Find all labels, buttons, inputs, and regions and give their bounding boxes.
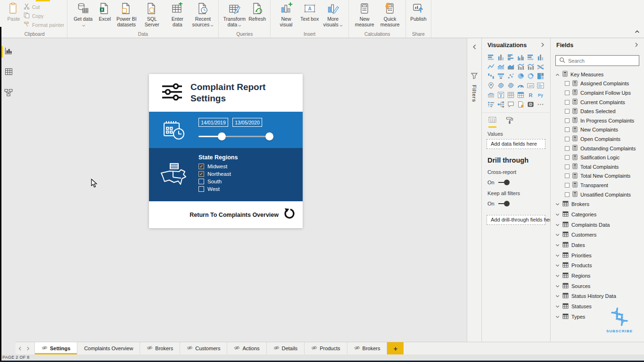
pie-chart-icon[interactable] bbox=[516, 72, 525, 80]
shape-map-icon[interactable] bbox=[506, 82, 515, 90]
chevron-down-icon[interactable] bbox=[555, 232, 560, 238]
checkbox-checked-icon[interactable]: ✓ bbox=[198, 164, 204, 169]
matrix-icon[interactable] bbox=[516, 91, 525, 99]
tab-scroll-left-icon[interactable] bbox=[18, 344, 22, 353]
excel-button[interactable]: XExcel bbox=[96, 1, 114, 22]
filled-map-icon[interactable] bbox=[496, 82, 505, 90]
hundred-stacked-bar-chart-icon[interactable] bbox=[527, 53, 535, 61]
cross-report-toggle[interactable] bbox=[498, 180, 510, 185]
sql-server-button[interactable]: SQL Server bbox=[139, 1, 165, 28]
stacked-bar-chart-icon[interactable] bbox=[487, 53, 495, 61]
key-influencers-icon[interactable] bbox=[487, 100, 495, 108]
copy-button[interactable]: Copy bbox=[24, 12, 64, 19]
chevron-down-icon[interactable] bbox=[555, 222, 560, 228]
table-priorities[interactable]: Priorities bbox=[551, 250, 644, 261]
table-customers[interactable]: Customers bbox=[551, 230, 644, 240]
field-checkbox[interactable] bbox=[565, 192, 570, 197]
text-box-button[interactable]: AText box bbox=[299, 1, 320, 22]
table-status-history-data[interactable]: Status History Data bbox=[551, 291, 644, 302]
ribbon-chart-icon[interactable] bbox=[537, 63, 545, 71]
values-field-well[interactable]: Add data fields here bbox=[487, 139, 545, 149]
stacked-column-chart-icon[interactable] bbox=[496, 53, 505, 61]
chevron-up-icon[interactable] bbox=[555, 72, 560, 77]
report-canvas[interactable]: Complaint Report Settings 14/01/201 bbox=[17, 38, 467, 342]
collapse-fields-icon[interactable] bbox=[635, 42, 638, 49]
field-checkbox[interactable] bbox=[565, 155, 570, 160]
collapse-ribbon-icon[interactable] bbox=[635, 27, 640, 35]
enter-data-button[interactable]: Enter data bbox=[165, 1, 190, 28]
fields-search[interactable] bbox=[555, 55, 639, 66]
search-input[interactable] bbox=[568, 58, 636, 64]
new-page-button[interactable]: + bbox=[387, 342, 404, 354]
field-checkbox[interactable] bbox=[565, 183, 570, 188]
recent-sources-button[interactable]: Recent sources bbox=[190, 1, 215, 28]
table-brokers[interactable]: Brokers bbox=[551, 199, 644, 209]
format-tab[interactable] bbox=[506, 116, 513, 128]
page-tab-customers[interactable]: Customers bbox=[180, 342, 227, 354]
format-painter-button[interactable]: Format painter bbox=[24, 21, 64, 28]
region-option-northeast[interactable]: ✓Northeast bbox=[198, 170, 238, 178]
field-measure-complaint-follow-ups[interactable]: Complaint Follow Ups bbox=[551, 88, 644, 98]
multi-row-card-icon[interactable] bbox=[537, 82, 545, 90]
region-option-west[interactable]: West bbox=[198, 185, 238, 193]
more-visuals-button[interactable]: More visuals bbox=[320, 1, 346, 28]
get-data-button[interactable]: Get data bbox=[70, 1, 96, 28]
chevron-down-icon[interactable] bbox=[555, 283, 560, 289]
line-and-stacked-column-chart-icon[interactable] bbox=[516, 63, 525, 71]
kpi-icon[interactable] bbox=[487, 91, 495, 99]
field-checkbox[interactable] bbox=[565, 173, 570, 178]
page-tab-actions[interactable]: Actions bbox=[227, 342, 266, 354]
python-visual-icon[interactable]: Py bbox=[537, 91, 545, 99]
field-checkbox[interactable] bbox=[565, 127, 570, 132]
model-view-button[interactable] bbox=[0, 86, 17, 100]
field-measure-current-complaints[interactable]: Current Complaints bbox=[551, 98, 644, 107]
field-checkbox[interactable] bbox=[565, 100, 570, 105]
paginated-report-icon[interactable] bbox=[516, 100, 525, 108]
fields-tab[interactable] bbox=[488, 116, 496, 128]
return-to-overview-button[interactable]: Return To Complaints Overview bbox=[190, 212, 279, 218]
publish-button[interactable]: Publish bbox=[409, 1, 428, 22]
field-measure-new-complaints[interactable]: New Complaints bbox=[551, 125, 644, 135]
field-measure-total-complaints[interactable]: Total Complaints bbox=[551, 162, 644, 172]
area-chart-icon[interactable] bbox=[496, 63, 505, 71]
q-and-a-icon[interactable] bbox=[506, 100, 515, 108]
table-visual-icon[interactable] bbox=[506, 91, 515, 99]
checkbox-unchecked-icon[interactable] bbox=[198, 186, 204, 192]
end-date-field[interactable]: 13/05/2020 bbox=[232, 118, 262, 127]
stacked-area-chart-icon[interactable] bbox=[506, 63, 515, 71]
cut-button[interactable]: Cut bbox=[24, 3, 64, 10]
chevron-down-icon[interactable] bbox=[555, 263, 560, 268]
tab-scroll-right-icon[interactable] bbox=[26, 344, 30, 353]
slider-handle-start[interactable] bbox=[218, 132, 226, 140]
paste-button[interactable]: Paste bbox=[5, 1, 23, 22]
field-checkbox[interactable] bbox=[565, 90, 570, 95]
page-tab-details[interactable]: Details bbox=[267, 342, 305, 354]
quick-measure-button[interactable]: Quick measure bbox=[377, 1, 403, 28]
chevron-down-icon[interactable] bbox=[555, 273, 560, 279]
waterfall-chart-icon[interactable] bbox=[487, 72, 495, 80]
data-view-button[interactable] bbox=[0, 66, 17, 80]
funnel-chart-icon[interactable] bbox=[496, 72, 505, 80]
checkbox-unchecked-icon[interactable] bbox=[198, 179, 204, 184]
field-checkbox[interactable] bbox=[565, 165, 570, 169]
card-visual-icon[interactable]: 123 bbox=[527, 82, 535, 90]
region-option-midwest[interactable]: ✓Midwest bbox=[198, 163, 238, 170]
chevron-down-icon[interactable] bbox=[555, 314, 560, 320]
field-measure-outstanding-complaints[interactable]: Outstanding Complaints bbox=[551, 144, 644, 153]
table-complaints-data[interactable]: Complaints Data bbox=[551, 220, 644, 230]
chevron-down-icon[interactable] bbox=[555, 242, 560, 248]
undo-arrow-icon[interactable] bbox=[283, 208, 295, 222]
field-checkbox[interactable] bbox=[565, 109, 570, 114]
date-range-slider[interactable] bbox=[198, 132, 279, 141]
refresh-button[interactable]: Refresh bbox=[247, 1, 267, 22]
chevron-down-icon[interactable] bbox=[555, 293, 560, 299]
slicer-icon[interactable] bbox=[496, 91, 505, 99]
scatter-chart-icon[interactable] bbox=[506, 72, 515, 80]
r-script-visual-icon[interactable]: R bbox=[527, 91, 535, 99]
field-measure-satification-logic[interactable]: Satification Logic bbox=[551, 153, 644, 162]
table-categories[interactable]: Categories bbox=[551, 209, 644, 220]
line-and-clustered-column-chart-icon[interactable] bbox=[527, 63, 535, 71]
checkbox-checked-icon[interactable]: ✓ bbox=[198, 171, 204, 177]
chevron-down-icon[interactable] bbox=[555, 253, 560, 258]
table-sources[interactable]: Sources bbox=[551, 281, 644, 291]
